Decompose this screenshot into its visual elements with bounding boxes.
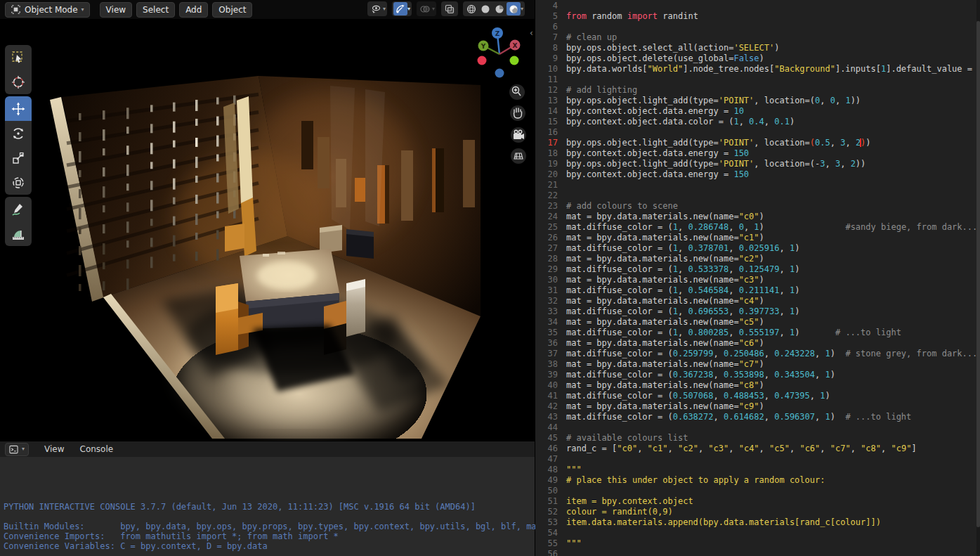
code-line[interactable]: 9bpy.ops.object.delete(use_global=False) [535,53,980,64]
3d-viewport[interactable]: Z Y X [0,19,535,441]
code-line[interactable]: 29mat.diffuse_color = (1, 0.533378, 0.12… [535,264,980,275]
code-line[interactable]: 38mat = bpy.data.materials.new(name="c7"… [535,359,980,370]
code-line[interactable]: 51item = bpy.context.object [535,496,980,507]
code-line[interactable]: 31mat.diffuse_color = (1, 0.546584, 0.21… [535,285,980,296]
chevron-down-icon[interactable]: ▾ [521,6,523,12]
code-line[interactable]: 50 [535,486,980,496]
chevron-down-icon[interactable]: ▾ [432,6,435,12]
code-line[interactable]: 30mat = bpy.data.materials.new(name="c3"… [535,275,980,285]
gizmo-z-neg[interactable] [495,69,504,78]
code-line[interactable]: 54 [535,528,980,538]
tool-transform[interactable] [5,170,32,195]
code-line[interactable]: 26mat = bpy.data.materials.new(name="c1"… [535,233,980,243]
code-line[interactable]: 47 [535,454,980,465]
code-line[interactable]: 5from random import randint [535,11,980,22]
tool-rotate[interactable] [5,121,32,146]
ortho-toggle-button[interactable] [511,148,526,164]
code-line[interactable]: 11 [535,75,980,85]
code-line[interactable]: 24mat = bpy.data.materials.new(name="c0"… [535,212,980,222]
code-line[interactable]: 4 [535,1,980,11]
zoom-button[interactable] [509,84,525,100]
gizmo-y-neg[interactable] [510,56,519,65]
viewport-render[interactable]: Z Y X [0,19,535,441]
code-line[interactable]: 6 [535,22,980,32]
shading-rendered-button[interactable] [507,2,521,15]
line-number: 27 [535,243,558,254]
code-line[interactable]: 41mat.diffuse_color = (0.507068, 0.48845… [535,391,980,401]
tool-select-box[interactable] [5,45,32,70]
code-line[interactable]: 33mat.diffuse_color = (1, 0.696553, 0.39… [535,306,980,317]
code-line[interactable]: 36mat = bpy.data.materials.new(name="c6"… [535,338,980,349]
toggle-xray-button[interactable] [443,2,457,15]
code-text: mat.diffuse_color = (1, 0.286748, 0, 1) … [566,222,977,233]
menu-select[interactable]: Select [136,2,175,18]
editor-scrollbar[interactable] [976,0,980,556]
pan-button[interactable] [510,105,525,121]
python-console[interactable]: PYTHON INTERACTIVE CONSOLE 3.7.7 (defaul… [0,457,535,556]
code-line[interactable]: 48""" [535,465,980,475]
console-menu-console[interactable]: Console [80,444,114,454]
code-line[interactable]: 8bpy.ops.object.select_all(action='SELEC… [535,43,980,53]
code-line[interactable]: 49# place this under object to apply a r… [535,475,980,486]
code-line[interactable]: 55""" [535,538,980,549]
code-line[interactable]: 43mat.diffuse_color = (0.638272, 0.61468… [535,412,980,422]
menu-add[interactable]: Add [179,2,208,18]
code-line[interactable]: 19bpy.ops.object.light_add(type='POINT',… [535,159,980,169]
mode-selector[interactable]: Object Mode ▾ [5,2,90,18]
code-line[interactable]: 53item.data.materials.append(bpy.data.ma… [535,517,980,528]
code-line[interactable]: 56 [535,549,980,556]
shading-material-button[interactable] [492,2,507,15]
code-line[interactable]: 34mat = bpy.data.materials.new(name="c5"… [535,317,980,328]
code-line[interactable]: 28mat = bpy.data.materials.new(name="c2"… [535,254,980,264]
code-line[interactable]: 7# clean up [535,32,980,43]
sidebar-collapse-arrow[interactable]: ‹ [530,28,533,38]
code-line[interactable]: 40mat = bpy.data.materials.new(name="c8"… [535,380,980,391]
code-line[interactable]: 45# available colours list [535,433,980,444]
code-line[interactable]: 37mat.diffuse_color = (0.259799, 0.25048… [535,349,980,359]
code-text: rand_c = ["c0", "c1", "c2", "c3", "c4", … [566,444,917,454]
object-type-visibility-button[interactable] [369,2,383,15]
console-menu-view[interactable]: View [44,444,64,454]
code-line[interactable]: 10bpy.data.worlds["World"].node_tree.nod… [535,64,980,75]
menu-view[interactable]: View [100,2,132,18]
code-line[interactable]: 17bpy.ops.object.light_add(type='POINT',… [535,138,980,148]
show-overlays-button[interactable] [418,2,432,15]
code-line[interactable]: 35mat.diffuse_color = (1, 0.800285, 0.55… [535,328,980,338]
camera-view-button[interactable] [511,127,526,143]
code-line[interactable]: 23# add colours to scene [535,201,980,212]
code-line[interactable]: 39mat.diffuse_color = (0.367238, 0.35389… [535,370,980,380]
code-line[interactable]: 16 [535,127,980,138]
tool-measure[interactable] [5,221,32,246]
gizmo-x-neg[interactable] [478,56,487,65]
code-line[interactable]: 32mat = bpy.data.materials.new(name="c4"… [535,296,980,306]
tool-scale[interactable] [5,146,32,170]
menu-object[interactable]: Object [212,2,252,18]
tool-cursor[interactable] [5,70,32,94]
line-number: 8 [535,43,558,53]
code-line[interactable]: 42mat = bpy.data.materials.new(name="c9"… [535,401,980,412]
shading-solid-button[interactable] [478,2,492,15]
code-line[interactable]: 14bpy.context.object.data.energy = 10 [535,106,980,117]
code-line[interactable]: 12# add lighting [535,85,980,96]
tool-annotate[interactable] [5,197,32,221]
chevron-down-icon[interactable]: ▾ [407,6,410,12]
show-gizmo-button[interactable] [393,2,407,15]
code-line[interactable]: 21 [535,180,980,190]
chevron-down-icon[interactable]: ▾ [383,6,386,12]
code-line[interactable]: 20bpy.context.object.data.energy = 150 [535,169,980,180]
code-line[interactable]: 22 [535,190,980,201]
code-line[interactable]: 46rand_c = ["c0", "c1", "c2", "c3", "c4"… [535,444,980,454]
text-editor[interactable]: 45from random import randint67# clean up… [535,0,980,556]
code-line[interactable]: 44 [535,422,980,433]
shading-wireframe-button[interactable] [464,2,478,15]
editor-type-selector[interactable]: ▾ [5,443,29,456]
code-line[interactable]: 52colour = randint(0,9) [535,507,980,517]
chair-back [225,224,244,252]
tool-move[interactable] [5,96,32,121]
code-line[interactable]: 27mat.diffuse_color = (1, 0.378701, 0.02… [535,243,980,254]
code-area[interactable]: 45from random import randint67# clean up… [535,1,980,556]
code-line[interactable]: 13bpy.ops.object.light_add(type='POINT',… [535,96,980,106]
code-line[interactable]: 18bpy.context.object.data.energy = 150 [535,148,980,159]
code-line[interactable]: 15bpy.context.object.data.color = (1, 0.… [535,117,980,127]
code-line[interactable]: 25mat.diffuse_color = (1, 0.286748, 0, 1… [535,222,980,233]
